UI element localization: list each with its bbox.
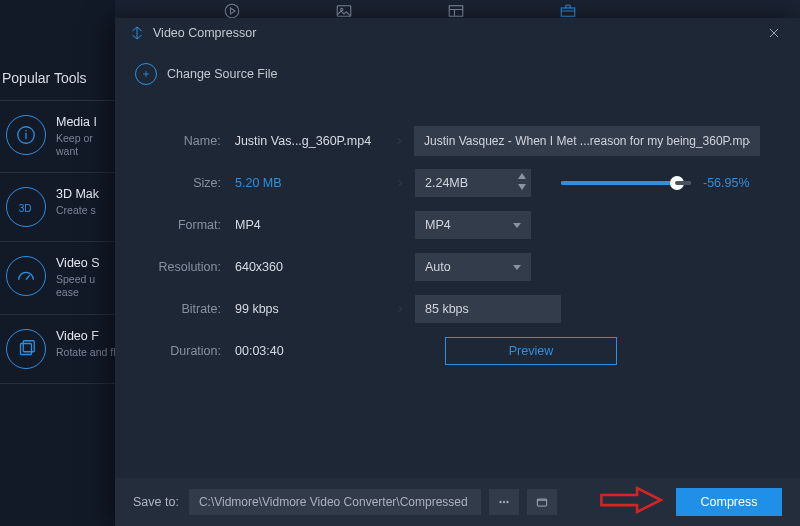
flip-icon <box>6 329 46 369</box>
stepper-down[interactable] <box>517 182 527 192</box>
svg-text:3D: 3D <box>19 203 32 214</box>
label-duration: Duration: <box>135 344 235 358</box>
source-bitrate: 99 kbps <box>235 302 385 316</box>
row-format: Format: MP4 MP4 <box>135 204 760 246</box>
svg-rect-7 <box>21 343 32 354</box>
size-slider[interactable] <box>561 181 691 185</box>
footer: Save to: Compress <box>115 478 800 526</box>
info-icon <box>6 115 46 155</box>
arrow-icon <box>384 134 414 148</box>
tool-title: 3D Mak <box>56 187 99 201</box>
titlebar: Video Compressor <box>115 18 800 48</box>
change-source-button[interactable]: Change Source File <box>115 56 800 92</box>
tool-sub: Create s <box>56 204 99 217</box>
more-button[interactable] <box>489 489 519 515</box>
sidebar: Popular Tools Media I Keep or want 3D 3D… <box>0 0 115 526</box>
preview-button[interactable]: Preview <box>445 337 617 365</box>
3d-icon: 3D <box>6 187 46 227</box>
stepper-up[interactable] <box>517 171 527 181</box>
tool-title: Media I <box>56 115 97 129</box>
row-name: Name: Justin Vas...g_360P.mp4 <box>135 120 760 162</box>
source-format: MP4 <box>235 218 385 232</box>
label-resolution: Resolution: <box>135 260 235 274</box>
target-name-input[interactable] <box>414 126 760 156</box>
save-path-input[interactable] <box>189 489 481 515</box>
source-name: Justin Vas...g_360P.mp4 <box>235 134 384 148</box>
target-size-value: 2.24MB <box>425 176 468 190</box>
target-size-stepper[interactable]: 2.24MB <box>415 169 531 197</box>
row-bitrate: Bitrate: 99 kbps 85 kbps <box>135 288 760 330</box>
sidebar-heading: Popular Tools <box>0 50 115 101</box>
tool-sub: ease <box>56 286 100 299</box>
svg-point-10 <box>503 501 505 503</box>
tool-sub: Speed u <box>56 273 100 286</box>
svg-point-9 <box>500 501 502 503</box>
sidebar-item-3d-maker[interactable]: 3D 3D Mak Create s <box>0 173 115 242</box>
label-name: Name: <box>135 134 235 148</box>
svg-rect-3 <box>449 6 463 17</box>
source-resolution: 640x360 <box>235 260 385 274</box>
sidebar-item-video-flip[interactable]: Video F Rotate and flip the video as you… <box>0 315 115 384</box>
tool-title: Video S <box>56 256 100 270</box>
arrow-icon <box>385 302 415 316</box>
target-format-select[interactable]: MP4 <box>415 211 531 239</box>
save-to-label: Save to: <box>133 495 179 509</box>
compressor-form: Name: Justin Vas...g_360P.mp4 Size: 5.20… <box>115 120 800 365</box>
close-button[interactable] <box>762 21 786 45</box>
plus-icon <box>135 63 157 85</box>
window-title: Video Compressor <box>153 26 256 40</box>
video-compressor-window: Video Compressor Change Source File Name… <box>115 18 800 526</box>
source-duration: 00:03:40 <box>235 344 355 358</box>
compress-icon <box>129 25 145 41</box>
svg-rect-4 <box>561 8 575 16</box>
change-source-label: Change Source File <box>167 67 277 81</box>
arrow-icon <box>385 176 415 190</box>
compress-button[interactable]: Compress <box>676 488 782 516</box>
row-resolution: Resolution: 640x360 Auto <box>135 246 760 288</box>
row-size: Size: 5.20 MB 2.24MB -56.95% <box>135 162 760 204</box>
target-resolution-select[interactable]: Auto <box>415 253 531 281</box>
label-size: Size: <box>135 176 235 190</box>
svg-rect-8 <box>23 340 34 351</box>
annotation-arrow <box>598 486 666 518</box>
sidebar-item-media-info[interactable]: Media I Keep or want <box>0 101 115 173</box>
slider-thumb[interactable] <box>670 176 684 190</box>
source-size: 5.20 MB <box>235 176 385 190</box>
gauge-icon <box>6 256 46 296</box>
open-folder-button[interactable] <box>527 489 557 515</box>
svg-point-0 <box>225 4 239 18</box>
label-format: Format: <box>135 218 235 232</box>
sidebar-item-video-speed[interactable]: Video S Speed u ease <box>0 242 115 314</box>
tool-sub: want <box>56 145 97 158</box>
label-bitrate: Bitrate: <box>135 302 235 316</box>
target-bitrate: 85 kbps <box>415 295 561 323</box>
svg-point-11 <box>507 501 509 503</box>
compression-percent: -56.95% <box>703 176 750 190</box>
tool-sub: Keep or <box>56 132 97 145</box>
